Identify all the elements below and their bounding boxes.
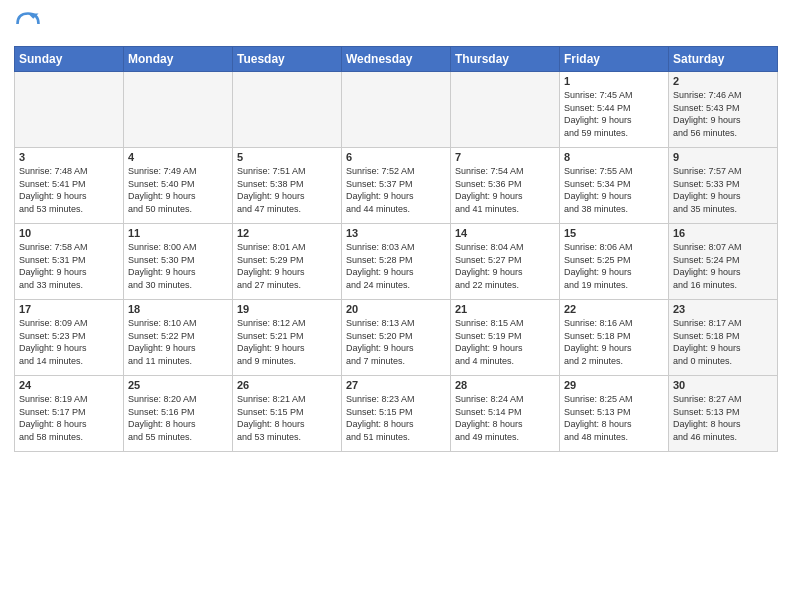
- day-cell: 10Sunrise: 7:58 AM Sunset: 5:31 PM Dayli…: [15, 224, 124, 300]
- day-cell: 27Sunrise: 8:23 AM Sunset: 5:15 PM Dayli…: [342, 376, 451, 452]
- day-detail: Sunrise: 7:58 AM Sunset: 5:31 PM Dayligh…: [19, 241, 119, 291]
- header-wednesday: Wednesday: [342, 47, 451, 72]
- day-detail: Sunrise: 7:55 AM Sunset: 5:34 PM Dayligh…: [564, 165, 664, 215]
- day-number: 17: [19, 303, 119, 315]
- day-number: 6: [346, 151, 446, 163]
- day-cell: 2Sunrise: 7:46 AM Sunset: 5:43 PM Daylig…: [669, 72, 778, 148]
- day-cell: 12Sunrise: 8:01 AM Sunset: 5:29 PM Dayli…: [233, 224, 342, 300]
- day-number: 1: [564, 75, 664, 87]
- day-number: 7: [455, 151, 555, 163]
- header-sunday: Sunday: [15, 47, 124, 72]
- day-detail: Sunrise: 8:15 AM Sunset: 5:19 PM Dayligh…: [455, 317, 555, 367]
- day-cell: 24Sunrise: 8:19 AM Sunset: 5:17 PM Dayli…: [15, 376, 124, 452]
- header-tuesday: Tuesday: [233, 47, 342, 72]
- day-detail: Sunrise: 8:09 AM Sunset: 5:23 PM Dayligh…: [19, 317, 119, 367]
- day-number: 14: [455, 227, 555, 239]
- day-number: 3: [19, 151, 119, 163]
- day-cell: [124, 72, 233, 148]
- day-cell: 21Sunrise: 8:15 AM Sunset: 5:19 PM Dayli…: [451, 300, 560, 376]
- day-cell: [342, 72, 451, 148]
- day-cell: 9Sunrise: 7:57 AM Sunset: 5:33 PM Daylig…: [669, 148, 778, 224]
- day-cell: 16Sunrise: 8:07 AM Sunset: 5:24 PM Dayli…: [669, 224, 778, 300]
- day-cell: 25Sunrise: 8:20 AM Sunset: 5:16 PM Dayli…: [124, 376, 233, 452]
- day-detail: Sunrise: 7:46 AM Sunset: 5:43 PM Dayligh…: [673, 89, 773, 139]
- day-cell: [15, 72, 124, 148]
- day-number: 16: [673, 227, 773, 239]
- day-cell: 18Sunrise: 8:10 AM Sunset: 5:22 PM Dayli…: [124, 300, 233, 376]
- page: SundayMondayTuesdayWednesdayThursdayFrid…: [0, 0, 792, 612]
- day-number: 12: [237, 227, 337, 239]
- week-row-3: 17Sunrise: 8:09 AM Sunset: 5:23 PM Dayli…: [15, 300, 778, 376]
- day-detail: Sunrise: 8:10 AM Sunset: 5:22 PM Dayligh…: [128, 317, 228, 367]
- day-number: 25: [128, 379, 228, 391]
- day-detail: Sunrise: 7:57 AM Sunset: 5:33 PM Dayligh…: [673, 165, 773, 215]
- day-number: 2: [673, 75, 773, 87]
- day-cell: 17Sunrise: 8:09 AM Sunset: 5:23 PM Dayli…: [15, 300, 124, 376]
- day-number: 13: [346, 227, 446, 239]
- logo: [14, 10, 46, 38]
- day-cell: 5Sunrise: 7:51 AM Sunset: 5:38 PM Daylig…: [233, 148, 342, 224]
- day-number: 28: [455, 379, 555, 391]
- day-number: 30: [673, 379, 773, 391]
- day-detail: Sunrise: 7:52 AM Sunset: 5:37 PM Dayligh…: [346, 165, 446, 215]
- day-detail: Sunrise: 7:48 AM Sunset: 5:41 PM Dayligh…: [19, 165, 119, 215]
- day-detail: Sunrise: 8:19 AM Sunset: 5:17 PM Dayligh…: [19, 393, 119, 443]
- week-row-4: 24Sunrise: 8:19 AM Sunset: 5:17 PM Dayli…: [15, 376, 778, 452]
- day-detail: Sunrise: 7:45 AM Sunset: 5:44 PM Dayligh…: [564, 89, 664, 139]
- day-number: 11: [128, 227, 228, 239]
- day-cell: 13Sunrise: 8:03 AM Sunset: 5:28 PM Dayli…: [342, 224, 451, 300]
- day-number: 15: [564, 227, 664, 239]
- day-number: 23: [673, 303, 773, 315]
- day-number: 9: [673, 151, 773, 163]
- day-detail: Sunrise: 7:49 AM Sunset: 5:40 PM Dayligh…: [128, 165, 228, 215]
- day-detail: Sunrise: 8:23 AM Sunset: 5:15 PM Dayligh…: [346, 393, 446, 443]
- day-detail: Sunrise: 8:01 AM Sunset: 5:29 PM Dayligh…: [237, 241, 337, 291]
- day-number: 5: [237, 151, 337, 163]
- day-cell: 26Sunrise: 8:21 AM Sunset: 5:15 PM Dayli…: [233, 376, 342, 452]
- header: [14, 10, 778, 38]
- day-detail: Sunrise: 8:12 AM Sunset: 5:21 PM Dayligh…: [237, 317, 337, 367]
- day-cell: 3Sunrise: 7:48 AM Sunset: 5:41 PM Daylig…: [15, 148, 124, 224]
- week-row-1: 3Sunrise: 7:48 AM Sunset: 5:41 PM Daylig…: [15, 148, 778, 224]
- day-number: 24: [19, 379, 119, 391]
- header-saturday: Saturday: [669, 47, 778, 72]
- day-detail: Sunrise: 8:07 AM Sunset: 5:24 PM Dayligh…: [673, 241, 773, 291]
- day-detail: Sunrise: 7:51 AM Sunset: 5:38 PM Dayligh…: [237, 165, 337, 215]
- day-cell: 7Sunrise: 7:54 AM Sunset: 5:36 PM Daylig…: [451, 148, 560, 224]
- day-number: 4: [128, 151, 228, 163]
- day-cell: 19Sunrise: 8:12 AM Sunset: 5:21 PM Dayli…: [233, 300, 342, 376]
- day-detail: Sunrise: 8:06 AM Sunset: 5:25 PM Dayligh…: [564, 241, 664, 291]
- day-number: 10: [19, 227, 119, 239]
- day-number: 26: [237, 379, 337, 391]
- day-number: 18: [128, 303, 228, 315]
- day-cell: 4Sunrise: 7:49 AM Sunset: 5:40 PM Daylig…: [124, 148, 233, 224]
- day-number: 20: [346, 303, 446, 315]
- day-cell: [233, 72, 342, 148]
- header-monday: Monday: [124, 47, 233, 72]
- day-detail: Sunrise: 8:24 AM Sunset: 5:14 PM Dayligh…: [455, 393, 555, 443]
- day-detail: Sunrise: 8:25 AM Sunset: 5:13 PM Dayligh…: [564, 393, 664, 443]
- day-cell: 22Sunrise: 8:16 AM Sunset: 5:18 PM Dayli…: [560, 300, 669, 376]
- header-friday: Friday: [560, 47, 669, 72]
- day-cell: [451, 72, 560, 148]
- day-detail: Sunrise: 8:00 AM Sunset: 5:30 PM Dayligh…: [128, 241, 228, 291]
- day-cell: 29Sunrise: 8:25 AM Sunset: 5:13 PM Dayli…: [560, 376, 669, 452]
- day-number: 8: [564, 151, 664, 163]
- day-cell: 1Sunrise: 7:45 AM Sunset: 5:44 PM Daylig…: [560, 72, 669, 148]
- calendar-table: SundayMondayTuesdayWednesdayThursdayFrid…: [14, 46, 778, 452]
- day-detail: Sunrise: 7:54 AM Sunset: 5:36 PM Dayligh…: [455, 165, 555, 215]
- day-detail: Sunrise: 8:04 AM Sunset: 5:27 PM Dayligh…: [455, 241, 555, 291]
- day-number: 22: [564, 303, 664, 315]
- header-row: SundayMondayTuesdayWednesdayThursdayFrid…: [15, 47, 778, 72]
- day-number: 29: [564, 379, 664, 391]
- logo-icon: [14, 10, 42, 38]
- header-thursday: Thursday: [451, 47, 560, 72]
- day-cell: 30Sunrise: 8:27 AM Sunset: 5:13 PM Dayli…: [669, 376, 778, 452]
- day-cell: 28Sunrise: 8:24 AM Sunset: 5:14 PM Dayli…: [451, 376, 560, 452]
- day-cell: 11Sunrise: 8:00 AM Sunset: 5:30 PM Dayli…: [124, 224, 233, 300]
- day-detail: Sunrise: 8:20 AM Sunset: 5:16 PM Dayligh…: [128, 393, 228, 443]
- day-number: 21: [455, 303, 555, 315]
- week-row-2: 10Sunrise: 7:58 AM Sunset: 5:31 PM Dayli…: [15, 224, 778, 300]
- day-cell: 14Sunrise: 8:04 AM Sunset: 5:27 PM Dayli…: [451, 224, 560, 300]
- day-number: 19: [237, 303, 337, 315]
